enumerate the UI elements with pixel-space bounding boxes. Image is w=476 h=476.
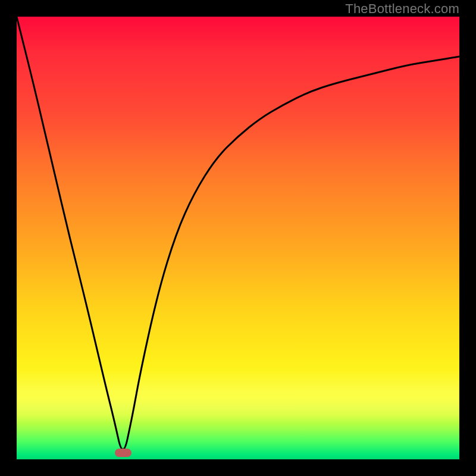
chart-frame: TheBottleneck.com [0,0,476,476]
minimum-marker [115,449,131,457]
plot-area [17,17,459,459]
attribution-label: TheBottleneck.com [345,1,459,17]
bottleneck-curve [17,17,459,449]
curve-svg [17,17,459,459]
